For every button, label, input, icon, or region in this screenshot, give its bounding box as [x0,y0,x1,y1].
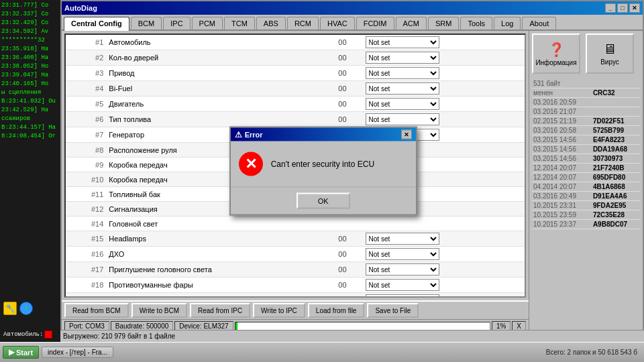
dialog-overlay: ⚠ Error ✕ ✕ Can't enter security into EC… [62,1,643,341]
bottom-right-text: Всего: 2 папок и 50 618 543 б [546,349,637,356]
dialog-title-bar: ⚠ Error ✕ [231,128,416,141]
error-dialog: ⚠ Error ✕ ✕ Can't enter security into EC… [229,127,417,216]
log-line: 8:24:08.454] Or [1,132,59,141]
dialog-ok-button[interactable]: OK [297,193,350,209]
start-icon: ▶ [9,348,14,357]
log-line: 23:35.910] Ha [1,45,59,54]
log-line: 23:34.592] Av [1,27,59,36]
log-line: 23:32.429] Co [1,19,59,27]
log-line: ссажиров [1,115,59,123]
log-line: 23:38.052] Ho [1,62,59,71]
log-line: 23:32.337] Co [1,10,59,19]
log-line: ы сцепления [1,88,59,97]
start-button[interactable]: ▶ Start [3,346,39,359]
dialog-footer: OK [231,187,416,215]
taskbar-item-1[interactable]: index - [/тер] - Fra... [42,347,113,358]
log-icon-1[interactable]: 🔧 [3,302,17,315]
taskbar-right: Всего: 2 папок и 50 618 543 б [542,349,641,356]
dialog-title-text: Error [245,131,263,139]
log-line: B:23:44.157] Ha [1,123,59,132]
log-line: 23:36.400] Ha [1,54,59,62]
log-line: 23:31.777] Co [1,1,59,10]
dialog-message: Can't enter security into ECU [271,160,374,169]
taskbar-items: index - [/тер] - Fra... [42,347,539,358]
log-line: 23:40.165] Ho [1,80,59,88]
log-icon-2[interactable]: ⬆ [19,302,33,315]
dialog-title-icon: ⚠ [235,130,242,139]
log-status: Автомобиль: [3,330,52,339]
log-line: **********32 [1,36,59,45]
log-line: 23:42.529] Ha [1,106,59,115]
dialog-body: ✕ Can't enter security into ECU [231,141,416,187]
log-panel: 23:31.777] Co 23:32.337] Co 23:32.429] C… [0,0,60,342]
error-icon: ✕ [239,152,263,176]
log-line: 23:39.047] Ha [1,71,59,80]
log-line: B:23:41.032] Ou [1,97,59,106]
taskbar: ▶ Start index - [/тер] - Fra... Всего: 2… [0,342,644,362]
dialog-close-button[interactable]: ✕ [401,130,412,139]
main-window: AutoDiag _ □ ✕ Central Config BCM IPC PC… [60,0,644,342]
